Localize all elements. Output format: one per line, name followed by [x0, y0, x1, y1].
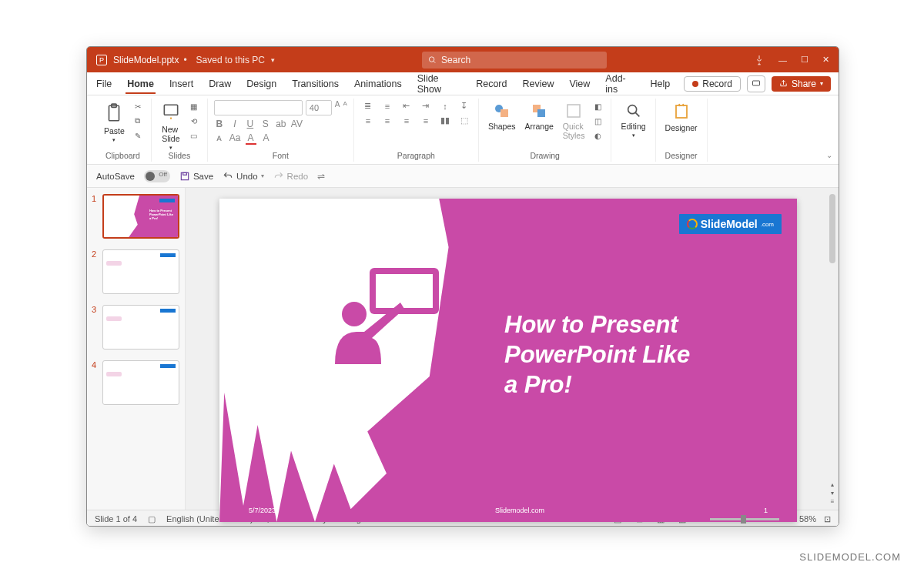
share-button[interactable]: Share▾ [772, 76, 831, 92]
group-font: 40 A A B I U S ab AV ᴀ Aa A A [208, 99, 354, 162]
editing-button[interactable]: Editing▾ [618, 100, 648, 140]
shape-effects-button[interactable]: ◐ [591, 129, 604, 142]
logo-circle-icon [687, 219, 698, 229]
grow-font-button[interactable]: A [335, 100, 340, 115]
group-editing: Editing▾ [611, 99, 655, 162]
tab-animations[interactable]: Animations [353, 74, 403, 94]
shrink-font-button[interactable]: A [343, 100, 347, 115]
svg-rect-14 [181, 172, 188, 179]
section-button[interactable]: ▭ [187, 129, 201, 142]
ribbon-tabs: File Home Insert Draw Design Transitions… [87, 72, 839, 95]
slide-counter[interactable]: Slide 1 of 4 [95, 514, 137, 523]
indent-inc-button[interactable]: ⇥ [418, 100, 434, 112]
quick-styles-button[interactable]: Quick Styles [560, 100, 588, 142]
reset-button[interactable]: ⟲ [187, 115, 201, 127]
search-box[interactable] [422, 52, 607, 69]
designer-button[interactable]: Designer [662, 100, 701, 134]
arrange-button[interactable]: Arrange [522, 100, 557, 132]
paste-button[interactable]: Paste▾ [101, 100, 128, 145]
highlight-button[interactable]: ᴀ [214, 132, 225, 145]
group-clipboard: Paste▾ ✂ ⧉ ✎ Clipboard [95, 99, 152, 162]
clear-format-button[interactable]: A [261, 132, 272, 145]
search-input[interactable] [441, 55, 601, 65]
close-button[interactable]: ✕ [822, 55, 829, 65]
slide-footer: 5/7/2023 Slidemodel.com 1 [219, 507, 797, 514]
tab-design[interactable]: Design [245, 74, 278, 94]
fit-window-button[interactable]: ⊡ [824, 514, 831, 524]
slide-canvas-area[interactable]: How to Present PowerPoint Like a Pro! Sl… [186, 188, 826, 510]
format-painter-button[interactable]: ✎ [131, 129, 145, 142]
cut-button[interactable]: ✂ [131, 100, 145, 112]
layout-button[interactable]: ▦ [187, 100, 201, 112]
line-spacing-button[interactable]: ↕ [437, 100, 453, 112]
justify-button[interactable]: ≡ [418, 115, 434, 126]
tab-home[interactable]: Home [126, 74, 156, 94]
underline-button[interactable]: U [245, 119, 256, 129]
thumbnail-3[interactable] [102, 305, 179, 350]
tab-draw[interactable]: Draw [207, 74, 233, 94]
tab-view[interactable]: View [567, 74, 591, 94]
font-color-button[interactable]: A [246, 132, 256, 145]
prev-slide-button[interactable]: ▴ [831, 481, 835, 488]
minimize-button[interactable]: — [778, 55, 787, 65]
align-left-button[interactable]: ≡ [360, 115, 376, 126]
case-button[interactable]: Aa [229, 132, 241, 145]
chevron-down-icon[interactable]: ▾ [271, 56, 275, 64]
mic-icon[interactable] [754, 55, 765, 65]
tab-addins[interactable]: Add-ins [604, 69, 636, 99]
autosave-toggle[interactable]: Off [144, 170, 170, 182]
record-button[interactable]: Record [684, 76, 741, 92]
save-button[interactable]: Save [179, 171, 213, 182]
save-status[interactable]: Saved to this PC [196, 55, 265, 65]
align-right-button[interactable]: ≡ [399, 115, 414, 126]
align-center-button[interactable]: ≡ [380, 115, 395, 126]
thumbnail-4[interactable] [102, 360, 179, 405]
svg-rect-17 [376, 274, 433, 308]
tab-transitions[interactable]: Transitions [290, 74, 340, 94]
vertical-scrollbar[interactable]: ▴▾≡ [826, 188, 839, 510]
numbering-button[interactable]: ≡ [380, 100, 395, 112]
columns-button[interactable]: ▮▮ [437, 115, 453, 126]
zoom-slider[interactable] [710, 518, 779, 520]
copy-button[interactable]: ⧉ [131, 115, 145, 127]
tab-review[interactable]: Review [521, 74, 555, 94]
thumbnail-1[interactable]: How to PresentPowerPoint Likea Pro! [102, 194, 179, 239]
shape-outline-button[interactable]: ◫ [591, 115, 604, 127]
customize-qat-button[interactable]: ⇌ [317, 171, 325, 182]
bold-button[interactable]: B [214, 119, 225, 129]
present-button[interactable] [747, 75, 765, 92]
strike-button[interactable]: S [260, 119, 271, 129]
spellcheck-button[interactable]: ▢ [148, 514, 156, 524]
maximize-button[interactable]: ☐ [801, 55, 808, 65]
new-slide-button[interactable]: New Slide▾ [158, 100, 184, 152]
svg-rect-10 [567, 105, 580, 117]
redo-icon [273, 171, 284, 182]
italic-button[interactable]: I [229, 119, 240, 129]
window-controls: — ☐ ✕ [754, 55, 829, 65]
tab-file[interactable]: File [95, 74, 113, 94]
thumbnail-2[interactable] [102, 249, 179, 294]
next-slide-button[interactable]: ▾ [831, 490, 835, 497]
quick-access-bar: AutoSave Off Save Undo▾ Redo ⇌ [87, 165, 839, 188]
font-family-select[interactable] [214, 100, 303, 115]
font-size-select[interactable]: 40 [306, 100, 332, 115]
shapes-button[interactable]: Shapes [485, 100, 519, 132]
current-slide[interactable]: How to Present PowerPoint Like a Pro! Sl… [219, 199, 797, 522]
tab-insert[interactable]: Insert [168, 74, 195, 94]
bullets-button[interactable]: ≣ [360, 100, 376, 112]
text-direction-button[interactable]: ↧ [457, 100, 472, 112]
redo-button[interactable]: Redo [273, 171, 309, 182]
zoom-level[interactable]: 58% [799, 514, 816, 523]
spacing-button[interactable]: AV [291, 119, 303, 129]
tab-help[interactable]: Help [649, 74, 672, 94]
smartart-button[interactable]: ⬚ [457, 115, 472, 126]
shape-fill-button[interactable]: ◧ [591, 100, 604, 112]
svg-rect-2 [752, 81, 759, 85]
undo-button[interactable]: Undo▾ [223, 171, 264, 182]
work-area: 1 How to PresentPowerPoint Likea Pro! 2 … [87, 188, 839, 510]
indent-dec-button[interactable]: ⇤ [399, 100, 414, 112]
tab-record[interactable]: Record [474, 74, 508, 94]
tab-slideshow[interactable]: Slide Show [416, 69, 462, 99]
shadow-button[interactable]: ab [276, 119, 286, 129]
collapse-ribbon-button[interactable]: ⌄ [826, 151, 832, 159]
